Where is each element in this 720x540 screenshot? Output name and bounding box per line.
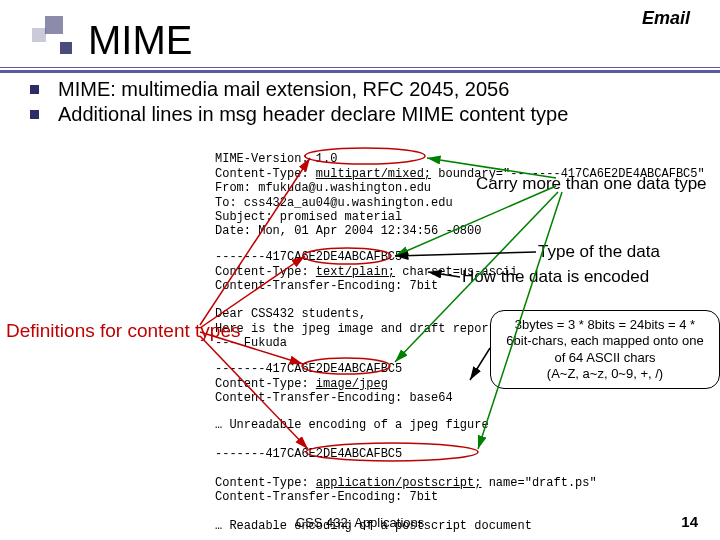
callout-definitions: Definitions for content types [6, 320, 240, 342]
bullet-icon [30, 110, 39, 119]
callout-carry: Carry more than one data type [476, 174, 707, 194]
box-line: (A~Z, a~z, 0~9, +, /) [501, 366, 709, 382]
box-line: 3bytes = 3 * 8bits = 24bits = 4 * [501, 317, 709, 333]
bullet-item: Additional lines in msg header declare M… [58, 102, 568, 127]
header-category: Email [642, 8, 690, 29]
encoding-box: 3bytes = 3 * 8bits = 24bits = 4 * 6bit-c… [490, 310, 720, 389]
callout-typeof: Type of the data [538, 242, 660, 262]
box-line: of 64 ASCII chars [501, 350, 709, 366]
bullet-icon [30, 85, 39, 94]
slide-title: MIME [88, 18, 192, 63]
bullet-text: Additional lines in msg header declare M… [58, 103, 568, 125]
deco-square [32, 28, 46, 42]
mime-part2-header: -------417CA6E2DE4ABCAFBC5 Content-Type:… [215, 348, 453, 406]
rule-thin [0, 67, 720, 68]
deco-square [60, 42, 72, 54]
rule-thick [0, 70, 720, 73]
bullet-list: MIME: multimedia mail extension, RFC 204… [58, 77, 568, 127]
bullet-text: MIME: multimedia mail extension, RFC 204… [58, 78, 509, 100]
bullet-item: MIME: multimedia mail extension, RFC 204… [58, 77, 568, 102]
deco-square [45, 16, 63, 34]
callout-encoded: How the data is encoded [462, 267, 649, 287]
page-number: 14 [681, 513, 698, 530]
footer-text: CSS 432: Applications [0, 515, 720, 530]
box-line: 6bit-chars, each mapped onto one [501, 333, 709, 349]
svg-line-14 [470, 348, 490, 380]
